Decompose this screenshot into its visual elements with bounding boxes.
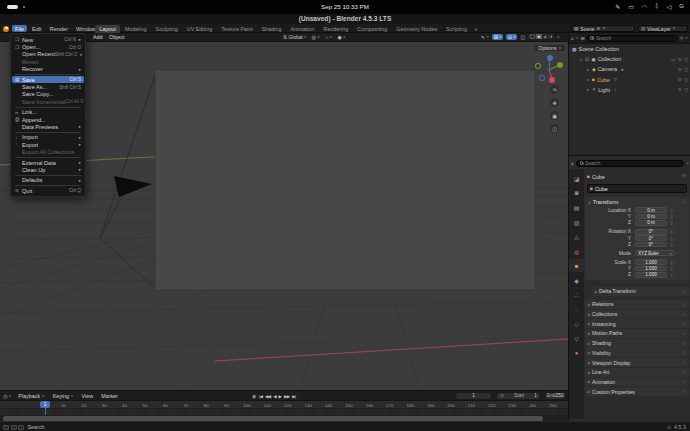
frame-end-field[interactable]: End 250 — [544, 392, 566, 399]
lock-icon[interactable]: ▯ — [669, 229, 674, 234]
value-field[interactable]: 0° — [635, 235, 667, 241]
file-menu-item-export[interactable]: ↑Export▸ — [12, 141, 84, 148]
timeline-menu-keying[interactable]: Keying∨ — [49, 393, 78, 399]
animate-dot-icon[interactable]: · — [675, 235, 677, 241]
breadcrumb-object[interactable]: Cube — [592, 174, 605, 180]
expand-icon[interactable]: ▸ — [586, 67, 590, 72]
auto-key-icon[interactable]: ◉ — [252, 393, 256, 399]
properties-tab-modifiers[interactable]: ◆ — [569, 274, 584, 287]
unlink-scene-icon[interactable]: × — [602, 26, 605, 31]
menu-edit[interactable]: Edit — [29, 25, 45, 32]
menu-file[interactable]: File — [12, 25, 27, 32]
section-delta-transform[interactable]: ▸Delta Transform⠿ — [592, 287, 689, 296]
shading-dropdown[interactable]: ∨ — [557, 34, 560, 39]
tab-scripting[interactable]: Scripting — [442, 25, 472, 33]
show-overlays-toggle[interactable]: ⊙ ∨ — [506, 34, 517, 40]
menubar-clock[interactable]: Sep 25 10:33 PM — [0, 3, 690, 10]
tab-compositing[interactable]: Compositing — [353, 25, 392, 33]
transport-button-1[interactable]: ◀◀ — [265, 394, 271, 399]
tab-uv-editing[interactable]: UV Editing — [182, 25, 216, 33]
pivot-dropdown[interactable]: ◎ ∨ — [312, 34, 320, 40]
timeline-scrollbar-handle[interactable] — [3, 416, 543, 420]
section-animation[interactable]: ▸Animation⠿ — [585, 378, 689, 387]
lock-icon[interactable]: ▯ — [669, 260, 674, 265]
shading-wireframe-button[interactable]: ◯ — [528, 34, 536, 39]
file-menu-item-import[interactable]: ↓Import▸ — [12, 134, 84, 141]
transport-button-5[interactable]: ▶| — [292, 394, 296, 399]
eye-icon[interactable]: ⊙ — [678, 57, 682, 62]
tab-shading[interactable]: Shading — [257, 25, 286, 33]
zoom-tool-icon[interactable] — [550, 85, 559, 94]
snap-dropdown[interactable]: ∩ ∨ — [325, 34, 333, 40]
file-menu-item-save-incremental[interactable]: Save IncrementalCtrl Alt S — [12, 98, 84, 105]
timeline-menu-marker[interactable]: Marker — [97, 393, 122, 399]
file-menu-item-append[interactable]: @Append... — [12, 116, 84, 123]
properties-tab-world[interactable]: ◍ — [569, 245, 584, 258]
value-field[interactable]: 1.000 — [635, 272, 667, 278]
navigation-gizmo[interactable] — [528, 50, 564, 86]
lock-icon[interactable]: ▯ — [669, 220, 674, 225]
properties-editor-icon[interactable]: ≡ — [571, 161, 574, 166]
properties-tab-material[interactable]: ● — [569, 346, 584, 359]
properties-tab-render[interactable]: ◙ — [569, 187, 584, 200]
collapse-icon[interactable]: ∨ — [579, 57, 583, 62]
value-field[interactable]: 0 m — [635, 207, 667, 213]
section-custom-properties[interactable]: ▸Custom Properties⠿ — [585, 387, 689, 396]
editor-type-dropdown[interactable]: ◷ ∨ — [0, 393, 14, 399]
section-motion-paths[interactable]: ▸Motion Paths⠿ — [585, 329, 689, 338]
tab-rendering[interactable]: Rendering — [319, 25, 353, 33]
transform-orientation-dropdown[interactable]: ⇅ Global ∨ — [283, 34, 307, 40]
add-workspace-button[interactable]: + — [472, 25, 481, 33]
value-field[interactable]: 0 m — [635, 214, 667, 220]
timeline-ruler[interactable]: 1020304050607080901001101201301401501601… — [0, 401, 568, 409]
section-collections[interactable]: ▸Collections⠿ — [585, 310, 689, 319]
lock-icon[interactable]: ▯ — [669, 236, 674, 241]
properties-search[interactable] — [576, 160, 685, 167]
section-line-art[interactable]: ▸Line Art⠿ — [585, 368, 689, 377]
lock-icon[interactable]: ▯ — [669, 208, 674, 213]
tab-texture-paint[interactable]: Texture Paint — [217, 25, 257, 33]
viewlayer-selector[interactable]: ▤ ViewLayer × — [638, 25, 688, 32]
animate-dot-icon[interactable]: · — [675, 207, 677, 213]
object-menu[interactable]: Object — [109, 34, 125, 40]
eye-icon[interactable]: ⊙ — [678, 77, 682, 82]
file-menu-item-save-as[interactable]: Save As...Shift Ctrl S — [12, 83, 84, 90]
value-field[interactable]: 0° — [635, 229, 667, 235]
section-instancing[interactable]: ▸Instancing⠿ — [585, 319, 689, 328]
show-gizmos-toggle[interactable]: ⊞ ∨ — [492, 34, 503, 40]
section-viewport-display[interactable]: ▸Viewport Display⠿ — [585, 358, 689, 367]
pin-icon[interactable]: ◇ — [682, 172, 686, 178]
camera-restrict-icon[interactable]: ◻ — [684, 67, 688, 72]
proportional-edit-dropdown[interactable]: ◉ ∨ — [337, 34, 345, 40]
camera-view-icon[interactable]: ▣ — [550, 111, 559, 120]
new-scene-icon[interactable]: ⊕ — [597, 26, 601, 31]
tab-animation[interactable]: Animation — [286, 25, 319, 33]
file-menu-item-revert[interactable]: Revert — [12, 58, 84, 65]
file-menu-item-open[interactable]: ❒Open...Ctrl O — [12, 43, 84, 50]
transport-button-4[interactable]: ▶▶ — [284, 394, 290, 399]
eye-icon[interactable]: ⊙ — [678, 67, 682, 72]
scene-selector[interactable]: ▦ Scene ⊕ × — [571, 25, 635, 32]
animate-dot-icon[interactable]: · — [675, 265, 677, 271]
xray-toggle[interactable]: ◫ — [520, 34, 525, 40]
properties-tab-object-data[interactable]: ▽ — [569, 332, 584, 345]
animate-dot-icon[interactable]: · — [675, 259, 677, 265]
remove-viewlayer-icon[interactable]: × — [673, 26, 676, 31]
section-relations[interactable]: ▸Relations⠿ — [585, 300, 689, 309]
file-menu-item-export-all-collections[interactable]: Export All Collections — [12, 148, 84, 155]
lock-icon[interactable]: ▯ — [669, 272, 674, 277]
file-menu-item-external-data[interactable]: External Data▸ — [12, 159, 84, 166]
animate-dot-icon[interactable]: · — [675, 220, 677, 226]
outliner-row-collection[interactable]: ∨☑▣Collection▭⊙◻ — [569, 54, 690, 64]
blender-logo-icon[interactable] — [3, 26, 9, 32]
value-field[interactable]: 1.000 — [635, 266, 667, 272]
eye-icon[interactable]: ⊙ — [678, 87, 682, 92]
file-menu-item-quit[interactable]: ⊙QuitCtrl Q — [12, 187, 84, 194]
value-field[interactable]: 1.000 — [635, 259, 667, 265]
tab-sculpting[interactable]: Sculpting — [151, 25, 182, 33]
outliner-row-camera[interactable]: ▸◆Camera●⊙◻ — [569, 64, 690, 74]
options-button[interactable]: Options ∨ — [534, 44, 566, 53]
lock-icon[interactable]: ▯ — [669, 214, 674, 219]
filter-icon[interactable]: ⊞ — [580, 36, 584, 41]
timeline-menu-view[interactable]: View — [78, 393, 98, 399]
